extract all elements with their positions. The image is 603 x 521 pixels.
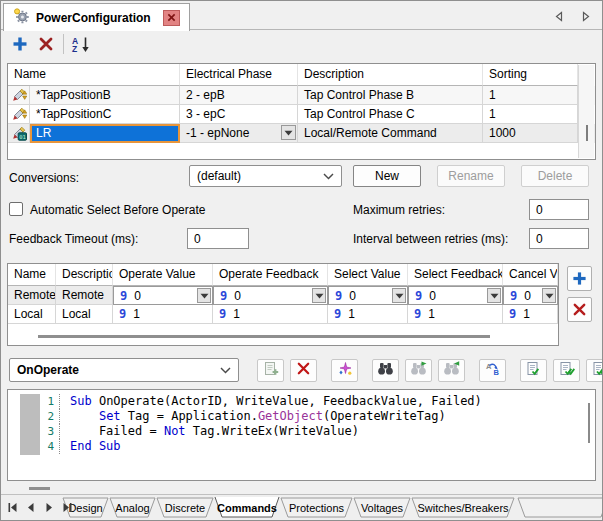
code-line[interactable]: 2 Set Tag = Application.GetObject(Operat… bbox=[8, 409, 595, 424]
scrollbar-thumb[interactable] bbox=[586, 125, 588, 141]
table-row[interactable]: RemoteRemote9090909090 bbox=[8, 286, 558, 305]
add-command-button[interactable] bbox=[9, 33, 31, 55]
commands-table-scrollbar[interactable] bbox=[578, 65, 594, 158]
replace-button[interactable]: AB bbox=[479, 359, 506, 382]
value-cell[interactable]: 91 bbox=[113, 305, 213, 324]
find-previous-button[interactable] bbox=[438, 359, 465, 382]
dropdown-button[interactable] bbox=[392, 288, 406, 303]
tab-label[interactable]: Analog bbox=[115, 502, 149, 514]
column-header[interactable]: Select Feedback bbox=[408, 264, 503, 286]
table-row[interactable]: 01LR-1 - epNoneLocal/Remote Command1000 bbox=[8, 124, 595, 143]
delete-conversion-button[interactable]: Delete bbox=[521, 165, 589, 187]
delete-script-button[interactable] bbox=[290, 359, 317, 382]
last-tab-button[interactable] bbox=[59, 500, 74, 514]
dropdown-button[interactable] bbox=[542, 288, 556, 303]
conversions-combobox[interactable]: (default) bbox=[189, 165, 342, 187]
dropdown-button[interactable] bbox=[312, 288, 326, 303]
column-header[interactable]: Cancel V... bbox=[503, 264, 558, 286]
new-script-button[interactable] bbox=[257, 359, 284, 382]
column-header[interactable]: Description bbox=[56, 264, 113, 286]
value-cell[interactable]: 90 bbox=[328, 286, 408, 305]
check-document-button[interactable] bbox=[553, 359, 580, 382]
command-sorting-cell[interactable]: 1 bbox=[483, 105, 578, 124]
tab-partial[interactable] bbox=[518, 498, 603, 517]
value-cell[interactable]: 91 bbox=[328, 305, 408, 324]
value-row-name-cell[interactable]: Local bbox=[8, 305, 56, 324]
check-script-button[interactable] bbox=[520, 359, 547, 382]
column-header[interactable]: Select Value bbox=[328, 264, 408, 286]
column-header[interactable]: Name bbox=[8, 264, 56, 286]
column-header[interactable]: Description bbox=[298, 64, 483, 86]
sort-ascending-button[interactable]: AZ bbox=[70, 33, 92, 55]
column-header[interactable]: Name bbox=[8, 64, 180, 86]
command-phase-cell[interactable]: 3 - epC bbox=[180, 105, 298, 124]
retry-interval-input[interactable] bbox=[529, 228, 589, 249]
code-vscrollbar-thumb[interactable] bbox=[588, 403, 590, 443]
column-header[interactable]: Sorting bbox=[483, 64, 578, 86]
delete-value-row-button[interactable] bbox=[567, 297, 592, 322]
event-selector-combobox[interactable]: OnOperate bbox=[9, 358, 239, 382]
tab-scroll-right-button[interactable] bbox=[578, 9, 592, 23]
dropdown-button[interactable] bbox=[281, 125, 296, 140]
value-type-icon: 9 bbox=[414, 307, 421, 321]
rename-conversion-button[interactable]: Rename bbox=[437, 165, 505, 187]
delete-command-button[interactable] bbox=[35, 33, 57, 55]
command-phase-value: 3 - epC bbox=[186, 107, 225, 121]
values-table-hscrollbar[interactable] bbox=[38, 335, 490, 338]
value-cell[interactable]: 90 bbox=[213, 286, 328, 305]
tab-scroll-left-button[interactable] bbox=[552, 9, 566, 23]
auto-select-checkbox[interactable] bbox=[9, 202, 23, 216]
previous-tab-button[interactable] bbox=[23, 500, 38, 514]
tab-label[interactable]: Switches/Breakers bbox=[417, 502, 509, 514]
value-row-description-cell[interactable]: Remote bbox=[56, 286, 113, 305]
check-all-button[interactable] bbox=[586, 359, 603, 382]
code-line[interactable]: 3 Failed = Not Tag.WriteEx(WriteValue) bbox=[8, 424, 595, 439]
command-phase-cell[interactable]: -1 - epNone bbox=[180, 124, 298, 143]
command-name-cell[interactable]: LR bbox=[30, 124, 180, 143]
command-description-cell[interactable]: Tap Control Phase B bbox=[298, 86, 483, 105]
value-row-name-cell[interactable]: Remote bbox=[8, 286, 56, 305]
code-line[interactable]: 4End Sub bbox=[8, 439, 595, 454]
value-cell[interactable]: 90 bbox=[408, 286, 503, 305]
tab-label[interactable]: Protections bbox=[289, 502, 345, 514]
close-tab-button[interactable] bbox=[163, 10, 180, 26]
find-next-button[interactable] bbox=[405, 359, 432, 382]
command-name-cell[interactable]: *TapPositionC bbox=[30, 105, 180, 124]
table-row[interactable]: LocalLocal9191919191 bbox=[8, 305, 558, 324]
value-cell[interactable]: 91 bbox=[503, 305, 558, 324]
pick-event-button[interactable] bbox=[331, 359, 358, 382]
tab-label[interactable]: Commands bbox=[217, 502, 277, 514]
max-retries-input[interactable] bbox=[529, 199, 589, 220]
feedback-timeout-input[interactable] bbox=[187, 228, 249, 249]
add-value-row-button[interactable] bbox=[567, 266, 592, 291]
value-cell[interactable]: 90 bbox=[113, 286, 213, 305]
command-name-cell[interactable]: *TapPositionB bbox=[30, 86, 180, 105]
code-hscrollbar-thumb[interactable] bbox=[29, 487, 50, 490]
table-row[interactable]: *TapPositionB2 - epBTap Control Phase B1 bbox=[8, 86, 595, 105]
tab-label[interactable]: Voltages bbox=[361, 502, 404, 514]
dropdown-button[interactable] bbox=[197, 288, 211, 303]
value-cell[interactable]: 90 bbox=[503, 286, 558, 305]
column-header[interactable]: Operate Feedback bbox=[213, 264, 328, 286]
tab-label[interactable]: Discrete bbox=[165, 502, 205, 514]
column-header[interactable]: Operate Value bbox=[113, 264, 213, 286]
find-button[interactable] bbox=[372, 359, 399, 382]
new-conversion-button[interactable]: New bbox=[353, 165, 421, 187]
command-description-cell[interactable]: Local/Remote Command bbox=[298, 124, 483, 143]
next-tab-button[interactable] bbox=[41, 500, 56, 514]
table-row[interactable]: *TapPositionC3 - epCTap Control Phase C1 bbox=[8, 105, 595, 124]
value-row-description-cell[interactable]: Local bbox=[56, 305, 113, 324]
value-cell[interactable]: 91 bbox=[213, 305, 328, 324]
dropdown-button[interactable] bbox=[487, 288, 501, 303]
first-tab-button[interactable] bbox=[5, 500, 20, 514]
command-sorting-cell[interactable]: 1 bbox=[483, 86, 578, 105]
value-type-icon: 9 bbox=[335, 289, 342, 303]
command-sorting-cell[interactable]: 1000 bbox=[483, 124, 578, 143]
script-code-editor[interactable]: 1Sub OnOperate(ActorID, WriteValue, Feed… bbox=[7, 389, 596, 481]
command-phase-cell[interactable]: 2 - epB bbox=[180, 86, 298, 105]
document-tab-powerconfiguration[interactable]: PowerConfiguration bbox=[3, 3, 190, 31]
code-line[interactable]: 1Sub OnOperate(ActorID, WriteValue, Feed… bbox=[8, 394, 595, 409]
value-cell[interactable]: 91 bbox=[408, 305, 503, 324]
command-description-cell[interactable]: Tap Control Phase C bbox=[298, 105, 483, 124]
column-header[interactable]: Electrical Phase bbox=[180, 64, 298, 86]
